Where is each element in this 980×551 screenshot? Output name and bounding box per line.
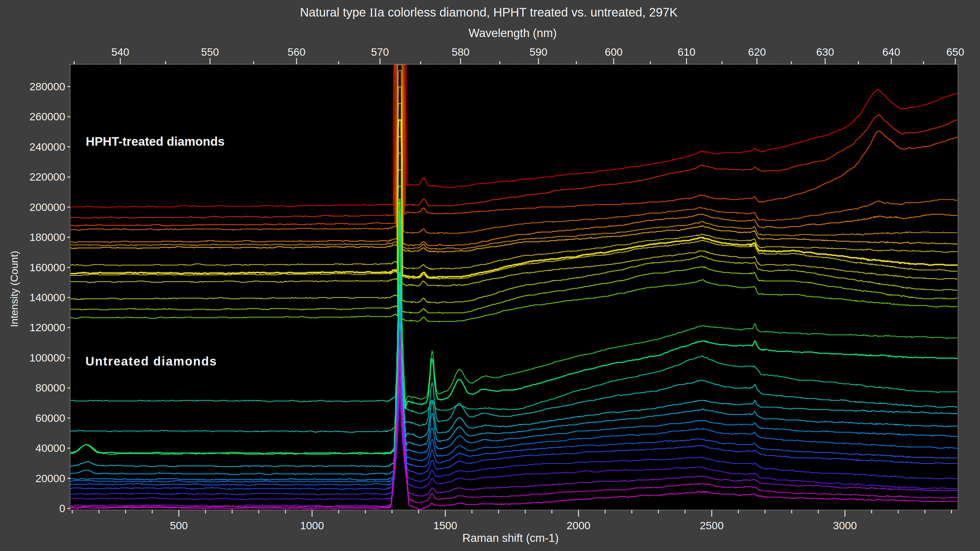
svg-text:100000: 100000 [29,352,65,364]
svg-text:0: 0 [59,502,65,514]
svg-text:560: 560 [288,46,305,58]
svg-text:1000: 1000 [300,519,324,531]
svg-text:260000: 260000 [29,111,65,122]
svg-text:1500: 1500 [433,519,457,531]
svg-text:40000: 40000 [35,442,65,454]
svg-text:120000: 120000 [29,321,65,333]
svg-text:2000: 2000 [566,519,590,531]
svg-text:240000: 240000 [29,141,65,153]
svg-text:630: 630 [816,46,834,58]
svg-text:60000: 60000 [35,412,65,424]
svg-text:550: 550 [201,46,219,58]
svg-text:3000: 3000 [833,519,857,531]
svg-text:Natural type IIa colorless dia: Natural type IIa colorless diamond, HPHT… [300,5,678,19]
svg-text:160000: 160000 [29,261,65,273]
svg-text:200000: 200000 [29,201,65,213]
svg-text:640: 640 [882,46,900,58]
svg-text:500: 500 [170,519,188,531]
svg-text:Raman shift (cm-1): Raman shift (cm-1) [463,532,559,544]
svg-text:Untreated diamonds: Untreated diamonds [86,354,217,368]
svg-text:Intensity (Count): Intensity (Count) [8,251,20,327]
svg-text:540: 540 [111,46,129,58]
svg-text:580: 580 [452,46,469,58]
svg-text:80000: 80000 [35,382,65,394]
svg-text:20000: 20000 [35,472,65,484]
svg-text:Wavelength (nm): Wavelength (nm) [469,27,557,40]
svg-text:140000: 140000 [29,291,65,303]
svg-text:280000: 280000 [29,81,65,92]
svg-text:620: 620 [748,46,766,58]
svg-text:650: 650 [946,46,964,58]
svg-text:HPHT-treated diamonds: HPHT-treated diamonds [86,135,224,148]
svg-text:610: 610 [678,46,695,58]
svg-text:570: 570 [371,46,389,58]
svg-text:220000: 220000 [29,171,65,183]
svg-text:2500: 2500 [700,519,724,531]
svg-text:590: 590 [530,46,547,58]
svg-text:600: 600 [605,46,623,58]
svg-text:180000: 180000 [29,231,65,243]
